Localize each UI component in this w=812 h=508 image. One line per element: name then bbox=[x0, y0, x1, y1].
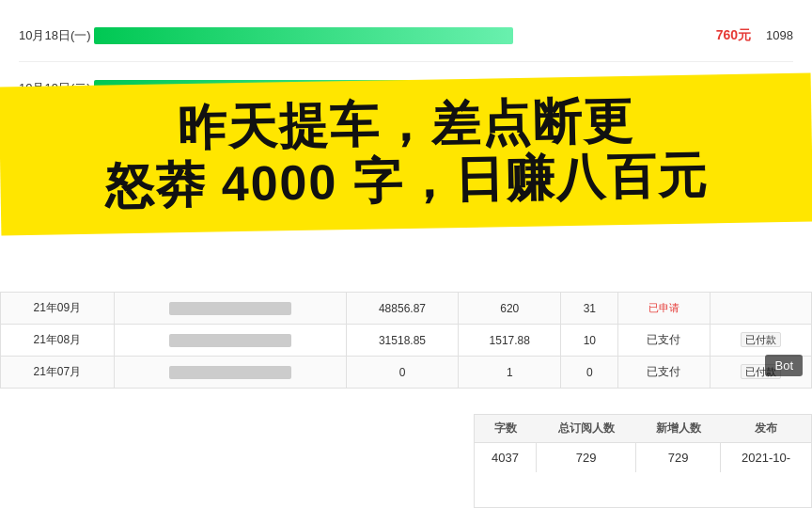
banner-overlay: 昨天提车，差点断更 怒莽 4000 字，日赚八百元 bbox=[0, 72, 812, 235]
table-cell-status1: 已支付 bbox=[618, 357, 710, 389]
chart-row-1: 10月18日(一) 760元 1098 bbox=[0, 9, 812, 61]
table-cell-status2: 已付款 bbox=[710, 325, 811, 357]
sub-table: 字数 总订阅人数 新增人数 发布 4037 729 729 2021-10- bbox=[475, 415, 811, 472]
sub-table-header-new: 新增人数 bbox=[636, 415, 721, 443]
sub-table-wrapper: 字数 总订阅人数 新增人数 发布 4037 729 729 2021-10- bbox=[474, 414, 812, 508]
table-cell-val2: 10 bbox=[561, 325, 618, 357]
table-cell-amount: 0 bbox=[346, 357, 459, 389]
table-cell-val2: 31 bbox=[561, 293, 618, 325]
chart-count-1: 1098 bbox=[751, 28, 793, 42]
table-row: 21年08月 31518.85 1517.88 10 已支付 已付款 bbox=[1, 325, 812, 357]
table-cell-month: 21年08月 bbox=[1, 325, 115, 357]
table-cell-val1: 1 bbox=[459, 357, 561, 389]
earnings-table: 21年09月 48856.87 620 31 已申请 21年08月 31518.… bbox=[0, 292, 812, 389]
banner-text: 昨天提车，差点断更 怒莽 4000 字，日赚八百元 bbox=[27, 90, 785, 216]
table-cell-amount: 48856.87 bbox=[346, 293, 459, 325]
table-section: 21年09月 48856.87 620 31 已申请 21年08月 31518.… bbox=[0, 292, 812, 508]
table-row: 21年07月 0 1 0 已支付 已付款 bbox=[1, 357, 812, 389]
sub-table-words: 4037 bbox=[475, 443, 537, 473]
sub-table-data-row: 4037 729 729 2021-10- bbox=[475, 443, 811, 473]
table-cell-val2: 0 bbox=[561, 357, 618, 389]
banner-line2: 怒莽 4000 字，日赚八百元 bbox=[28, 147, 785, 216]
sub-table-pub-date: 2021-10- bbox=[721, 443, 811, 473]
chart-bar-container-1 bbox=[94, 27, 676, 44]
sub-table-header-row: 字数 总订阅人数 新增人数 发布 bbox=[475, 415, 811, 443]
table-cell-val1: 1517.88 bbox=[459, 325, 561, 357]
table-cell-blurred bbox=[114, 293, 346, 325]
chart-amount-1: 760元 bbox=[685, 27, 751, 44]
blurred-content bbox=[169, 334, 291, 347]
table-cell-month: 21年09月 bbox=[1, 293, 115, 325]
sub-table-header-total: 总订阅人数 bbox=[537, 415, 636, 443]
table-cell-status1: 已申请 bbox=[618, 293, 710, 325]
chart-date-1: 10月18日(一) bbox=[19, 27, 94, 44]
table-cell-status2 bbox=[710, 293, 811, 325]
table-cell-blurred bbox=[114, 357, 346, 389]
blurred-content bbox=[169, 366, 291, 379]
blurred-content bbox=[169, 302, 291, 315]
sub-table-total-subs: 729 bbox=[537, 443, 636, 473]
table-row: 21年09月 48856.87 620 31 已申请 bbox=[1, 293, 812, 325]
table-cell-status1: 已支付 bbox=[618, 325, 710, 357]
sub-table-header-words: 字数 bbox=[475, 415, 537, 443]
sub-table-header-pub: 发布 bbox=[721, 415, 811, 443]
table-cell-val1: 620 bbox=[459, 293, 561, 325]
sub-table-new-subs: 729 bbox=[636, 443, 721, 473]
table-cell-blurred bbox=[114, 325, 346, 357]
table-cell-amount: 31518.85 bbox=[346, 325, 459, 357]
bot-label: Bot bbox=[765, 355, 803, 376]
chart-bar-1 bbox=[94, 27, 513, 44]
table-cell-month: 21年07月 bbox=[1, 357, 115, 389]
